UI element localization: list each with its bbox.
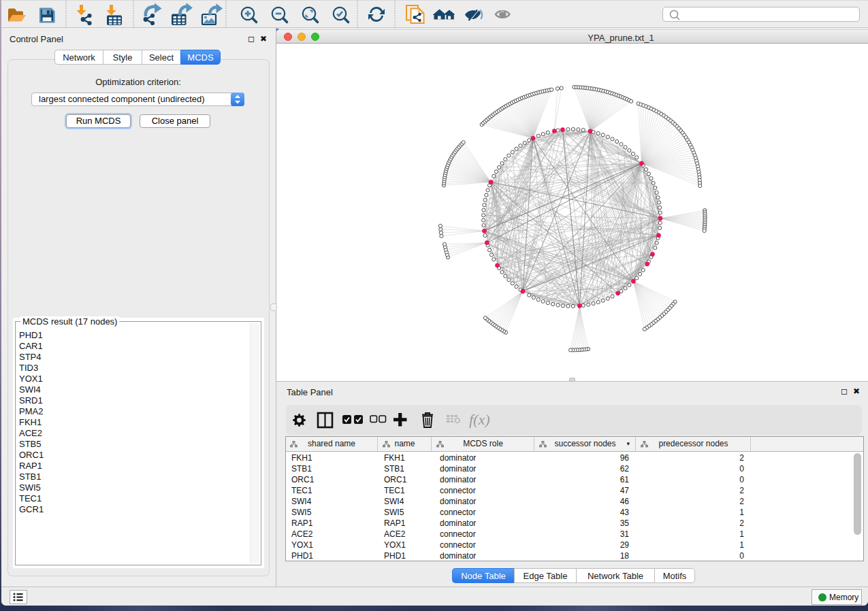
svg-text:f(x): f(x): [469, 411, 490, 428]
